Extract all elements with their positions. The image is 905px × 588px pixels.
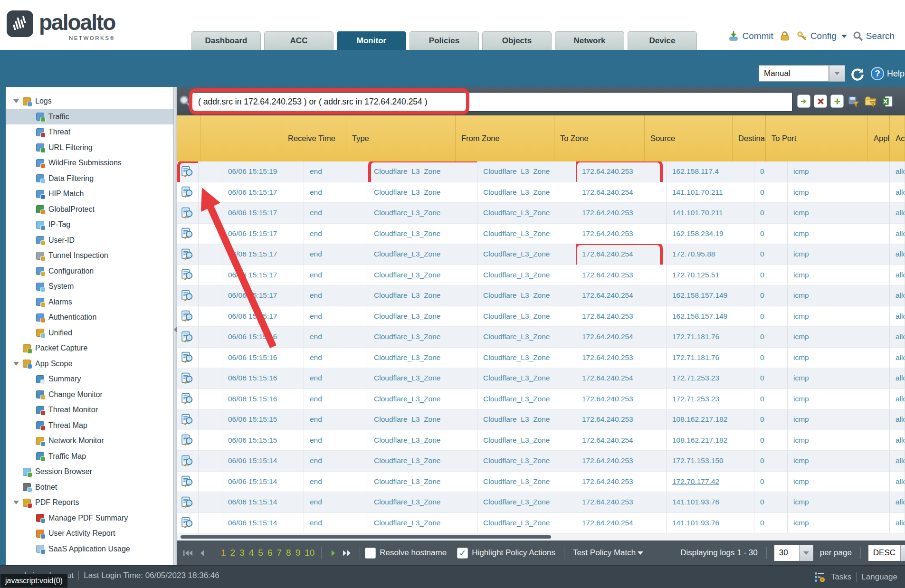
expand-arrow-icon[interactable] — [13, 501, 19, 504]
sidebar-splitter[interactable] — [173, 87, 177, 565]
page-number-link[interactable]: 1 — [221, 548, 226, 558]
source-cell[interactable]: 172.64.240.253 — [576, 348, 667, 369]
from-zone-cell[interactable]: Cloudflare_L3_Zone — [368, 285, 477, 306]
application-cell[interactable]: icmp — [788, 327, 890, 348]
application-cell[interactable]: icmp — [788, 513, 890, 534]
destination-cell[interactable]: 172.71.253.23 — [667, 389, 754, 410]
table-row[interactable]: 06/06 15:15:19 end Cloudflare_L3_Zone Cl… — [177, 161, 905, 182]
log-detail-button[interactable] — [177, 472, 199, 493]
table-row[interactable]: 06/06 15:15:16 end Cloudflare_L3_Zone Cl… — [177, 368, 905, 389]
to-zone-cell[interactable]: Cloudflare_L3_Zone — [477, 161, 576, 182]
table-row[interactable]: 06/06 15:15:17 end Cloudflare_L3_Zone Cl… — [177, 182, 905, 203]
language-link[interactable]: Language — [861, 572, 897, 582]
source-cell[interactable]: 172.64.240.253 — [576, 492, 667, 513]
to-zone-cell[interactable]: Cloudflare_L3_Zone — [477, 409, 576, 430]
application-cell[interactable]: icmp — [788, 451, 890, 472]
clear-filter-button[interactable] — [814, 95, 827, 108]
sidebar-item[interactable]: Configuration — [6, 264, 173, 279]
to-zone-cell[interactable]: Cloudflare_L3_Zone — [477, 285, 576, 306]
column-header[interactable]: Application — [868, 115, 890, 161]
log-detail-button[interactable] — [177, 492, 199, 513]
destination-cell[interactable]: 172.71.181.76 — [667, 327, 754, 348]
log-detail-button[interactable] — [177, 389, 199, 410]
save-filter-button[interactable] — [847, 95, 860, 108]
column-header[interactable]: From Zone — [456, 115, 554, 161]
destination-cell[interactable]: 172.70.95.88 — [667, 244, 754, 265]
from-zone-cell[interactable]: Cloudflare_L3_Zone — [368, 265, 477, 286]
table-row[interactable]: 06/06 15:15:17 end Cloudflare_L3_Zone Cl… — [177, 265, 905, 286]
source-cell[interactable]: 172.64.240.253 — [576, 224, 667, 245]
from-zone-cell[interactable]: Cloudflare_L3_Zone — [368, 472, 477, 493]
application-cell[interactable]: icmp — [788, 306, 890, 327]
page-number-link[interactable]: 5 — [258, 548, 263, 558]
log-detail-button[interactable] — [177, 265, 199, 286]
to-zone-cell[interactable]: Cloudflare_L3_Zone — [477, 472, 576, 493]
to-zone-cell[interactable]: Cloudflare_L3_Zone — [477, 348, 576, 369]
page-number-link[interactable]: 2 — [230, 548, 236, 558]
to-zone-cell[interactable]: Cloudflare_L3_Zone — [477, 368, 576, 389]
log-detail-button[interactable] — [177, 224, 199, 245]
destination-cell[interactable]: 141.101.93.76 — [667, 492, 754, 513]
page-number-link[interactable]: 9 — [295, 548, 301, 558]
sidebar-item[interactable]: WildFire Submissions — [6, 155, 173, 171]
to-zone-cell[interactable]: Cloudflare_L3_Zone — [477, 327, 576, 348]
sidebar-item[interactable]: Botnet — [6, 480, 173, 495]
main-tab[interactable]: Network — [555, 31, 624, 50]
log-detail-button[interactable] — [177, 513, 199, 534]
table-row[interactable]: 06/06 15:15:14 end Cloudflare_L3_Zone Cl… — [177, 451, 905, 472]
refresh-mode-dropdown-button[interactable] — [829, 65, 845, 82]
highlight-policy-actions-checkbox[interactable]: ✓ — [457, 548, 468, 559]
page-number-link[interactable]: 4 — [249, 548, 254, 558]
log-detail-button[interactable] — [177, 451, 199, 472]
prev-page-button[interactable] — [195, 549, 209, 557]
column-header[interactable]: Destination — [733, 115, 766, 161]
application-cell[interactable]: icmp — [788, 182, 890, 203]
column-header[interactable]: Type — [346, 115, 456, 161]
application-cell[interactable]: icmp — [788, 492, 890, 513]
sidebar-item[interactable]: Threat — [6, 124, 173, 140]
config-menu-button[interactable]: Config — [796, 30, 847, 42]
from-zone-cell[interactable]: Cloudflare_L3_Zone — [368, 451, 477, 472]
sidebar-item[interactable]: Packet Capture — [6, 341, 173, 356]
main-tab[interactable]: Objects — [482, 31, 552, 50]
search-button[interactable]: Search — [853, 31, 895, 41]
from-zone-cell[interactable]: Cloudflare_L3_Zone — [368, 368, 477, 389]
source-cell[interactable]: 172.64.240.253 — [576, 389, 667, 410]
table-row[interactable]: 06/06 15:15:17 end Cloudflare_L3_Zone Cl… — [177, 203, 905, 224]
from-zone-cell[interactable]: Cloudflare_L3_Zone — [368, 409, 477, 430]
source-cell[interactable]: 172.64.240.253 — [576, 472, 667, 493]
sidebar-item[interactable]: Threat Monitor — [6, 402, 173, 418]
log-detail-button[interactable] — [177, 161, 199, 182]
main-tab[interactable]: Policies — [410, 31, 479, 50]
destination-cell[interactable]: 172.71.253.23 — [667, 368, 754, 389]
destination-cell[interactable]: 172.70.177.42 — [667, 472, 754, 493]
application-cell[interactable]: icmp — [788, 368, 890, 389]
log-detail-button[interactable] — [177, 409, 199, 430]
destination-cell[interactable]: 162.158.157.149 — [667, 306, 754, 327]
column-header[interactable]: To Port — [766, 115, 868, 161]
source-cell[interactable]: 172.64.240.253 — [576, 451, 667, 472]
table-row[interactable]: 06/06 15:15:14 end Cloudflare_L3_Zone Cl… — [177, 492, 905, 513]
page-number-link[interactable]: 10 — [305, 548, 314, 558]
destination-cell[interactable]: 172.70.125.51 — [667, 265, 754, 286]
first-page-button[interactable] — [181, 549, 195, 557]
sidebar-item[interactable]: User Activity Report — [6, 526, 173, 541]
source-cell[interactable]: 172.64.240.253 — [576, 203, 667, 224]
application-cell[interactable]: icmp — [788, 203, 890, 224]
sidebar-item[interactable]: Alarms — [6, 294, 173, 310]
source-cell[interactable]: 172.64.240.253 — [576, 161, 667, 182]
page-number-link[interactable]: 3 — [239, 548, 245, 558]
lock-icon[interactable] — [779, 30, 791, 42]
load-filter-button[interactable] — [864, 95, 877, 108]
source-cell[interactable]: 172.64.240.254 — [576, 285, 667, 306]
to-zone-cell[interactable]: Cloudflare_L3_Zone — [477, 513, 576, 534]
log-detail-button[interactable] — [177, 182, 199, 203]
sort-order-dropdown-button[interactable] — [900, 545, 905, 561]
destination-cell[interactable]: 172.71.153.150 — [667, 451, 754, 472]
sidebar-item[interactable]: Traffic Map — [6, 449, 173, 465]
from-zone-cell[interactable]: Cloudflare_L3_Zone — [368, 389, 477, 410]
refresh-mode-select[interactable]: Manual — [759, 65, 845, 82]
horizontal-scrollbar-thumb[interactable] — [181, 535, 551, 539]
from-zone-cell[interactable]: Cloudflare_L3_Zone — [368, 306, 477, 327]
application-cell[interactable]: icmp — [788, 348, 890, 369]
